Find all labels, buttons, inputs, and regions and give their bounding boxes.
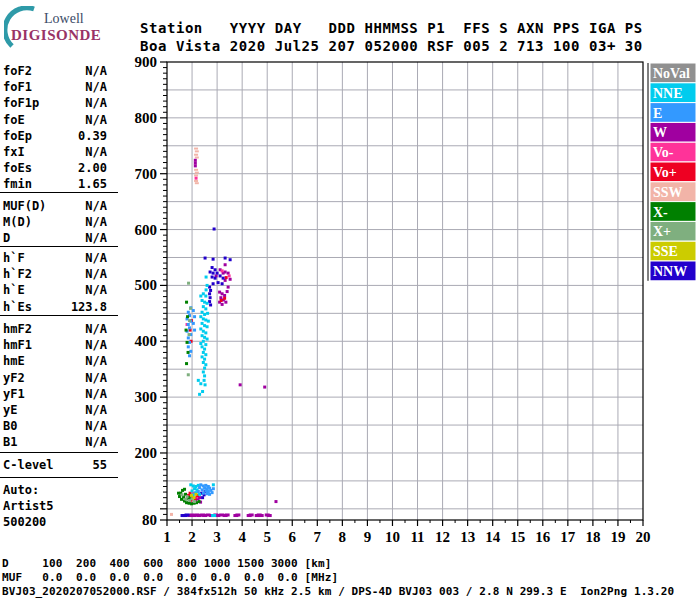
ionogram-echo-w [235, 513, 240, 516]
ionogram-echo-e [192, 309, 195, 312]
ionogram-echo-nne [203, 374, 206, 377]
y-tick-label: 700 [135, 166, 158, 182]
ionogram-echo-e [202, 492, 205, 495]
ionogram-echo-e [212, 487, 215, 490]
plot-border [167, 62, 643, 520]
ionogram-echo-nnw [224, 257, 227, 260]
ionogram-echo-nne [201, 390, 204, 393]
ionogram-echo-nnw [201, 496, 204, 499]
ionogram-echo-nne [212, 483, 215, 486]
x-tick-label: 9 [364, 529, 372, 545]
ionogram-echo-e [188, 326, 191, 329]
x-tick-label: 13 [460, 529, 475, 545]
ionogram-echo-w [194, 164, 197, 167]
ionogram-echo-w [259, 514, 264, 517]
x-tick-label: 17 [560, 529, 576, 545]
x-tick-label: 7 [314, 529, 322, 545]
ionogram-echo-e [187, 323, 190, 326]
ionogram-echo-ssw [195, 182, 199, 184]
ionogram-echo-e [188, 354, 191, 357]
legend-label-vo+: Vo+ [653, 165, 677, 180]
ionogram-echo-nne [204, 383, 207, 386]
ionogram-echo-w [239, 383, 242, 386]
ionogram-echo-x+ [185, 498, 188, 501]
file-info-row: BVJ03_2020207052000.RSF / 384fx512h 50 k… [2, 585, 674, 598]
ionogram-echo-x- [183, 488, 186, 491]
legend-label-x+: X+ [653, 224, 671, 239]
ionogram-echo-x+ [181, 493, 184, 496]
ionogram-echo-w [263, 386, 266, 389]
ionogram-echo-nnw [209, 296, 212, 299]
x-tick-label: 5 [263, 529, 271, 545]
ionogram-echo-x- [185, 301, 188, 304]
ionogram-echo-nnw [212, 272, 215, 275]
d-distance-row: D 100 200 400 600 800 1000 1500 3000 [km… [2, 557, 331, 570]
ionogram-echo-nnw [217, 281, 220, 284]
ionogram-echo-nne [191, 489, 194, 492]
ionogram-echo-nnw [209, 289, 212, 292]
ionogram-echo-nne [204, 353, 207, 356]
legend-label-vo-: Vo- [653, 145, 674, 160]
ionogram-echo-nnw [204, 257, 207, 260]
ionogram-echo-nne [203, 358, 206, 361]
ionogram-echo-nne [206, 325, 209, 328]
x-tick-label: 2 [188, 529, 196, 545]
ionogram-echo-ssw [194, 154, 198, 156]
ionogram-echo-vo+ [225, 276, 228, 279]
x-tick-label: 8 [339, 529, 347, 545]
ionogram-echo-nne [199, 342, 202, 345]
ionogram-echo-e [192, 322, 195, 325]
ionogram-echo-e [187, 311, 190, 314]
x-tick-label: 3 [213, 529, 221, 545]
legend-label-sse: SSE [653, 244, 678, 259]
ionogram-echo-e [197, 490, 200, 493]
ionogram-echo-e [211, 491, 214, 494]
ionogram-echo-w [224, 301, 227, 304]
y-tick-label: 400 [135, 333, 158, 349]
ionogram-echo-x+ [187, 373, 190, 376]
ionogram-echo-e [193, 315, 196, 318]
y-tick-label: 600 [135, 222, 158, 238]
ionogram-echo-e [193, 329, 196, 332]
ionogram-echo-ssw [195, 157, 199, 159]
ionogram-echo-nnw [211, 276, 214, 279]
ionogram-echo-ssw [194, 180, 198, 182]
x-tick-label: 4 [238, 529, 246, 545]
ionogram-echo-x- [187, 351, 190, 354]
ionogram-echo-x- [186, 315, 189, 318]
ionogram-echo-nnw [214, 277, 217, 280]
y-tick-label: 200 [135, 445, 158, 461]
ionogram-echo-nnw [221, 282, 224, 285]
ionogram-echo-nnw [219, 274, 222, 277]
ionogram-echo-nnw [213, 228, 216, 231]
ionogram-echo-ssw [194, 174, 198, 176]
ionogram-echo-nne [204, 307, 207, 310]
ionogram-echo-nne [203, 367, 206, 370]
ionogram-echo-nnw [229, 258, 232, 261]
ionogram-echo-nne [204, 331, 207, 334]
x-tick-label: 18 [585, 529, 600, 545]
legend-label-nne: NNE [653, 86, 683, 101]
ionogram-echo-w [224, 263, 227, 266]
ionogram-echo-nne [198, 493, 201, 496]
ionogram-echo-vo+ [220, 299, 223, 302]
ionogram-echo-nnw [222, 277, 225, 280]
ionogram-echo-nne [205, 288, 208, 291]
ionogram-echo-ssw [194, 148, 198, 150]
legend-label-nnw: NNW [653, 264, 687, 279]
legend-label-e: E [653, 106, 662, 121]
ionogram-echo-e [198, 486, 201, 489]
ionogram-echo-ssw [195, 150, 199, 152]
y-tick-label: 300 [135, 389, 158, 405]
ionogram-echo-nne [202, 370, 205, 373]
ionogram-echo-x- [177, 492, 180, 495]
x-tick-label: 11 [410, 529, 424, 545]
ionogram-echo-nnw [185, 513, 190, 516]
ionogram-echo-x+ [187, 282, 190, 285]
ionogram-echo-nne [205, 276, 208, 279]
ionogram-echo-nne [199, 382, 202, 385]
ionogram-echo-w [274, 500, 277, 503]
x-tick-label: 16 [535, 529, 551, 545]
ionogram-echo-nnw [209, 303, 212, 306]
ionogram-echo-w [221, 303, 224, 306]
